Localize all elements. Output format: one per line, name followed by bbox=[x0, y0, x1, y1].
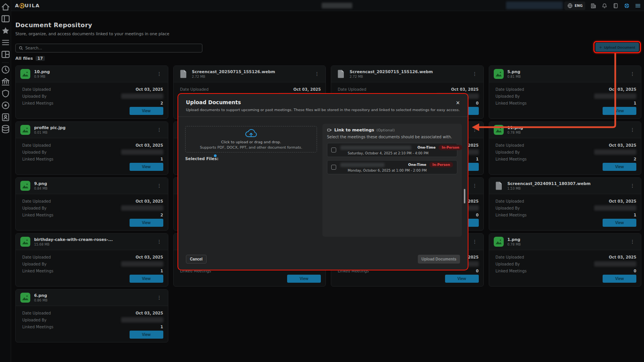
view-button[interactable]: View bbox=[130, 219, 163, 227]
file-size: 0.81 MB bbox=[508, 75, 521, 79]
meeting-row[interactable]: One-Time In-Person Saturday, October 4, … bbox=[327, 143, 457, 157]
date-uploaded-label: Date Uploaded bbox=[180, 87, 209, 92]
view-button[interactable]: View bbox=[287, 275, 321, 283]
date-uploaded-value: Oct 03, 2025 bbox=[136, 311, 163, 315]
search-bar[interactable] bbox=[15, 44, 202, 52]
redacted-user-info bbox=[506, 2, 563, 9]
view-button[interactable]: View bbox=[603, 107, 636, 115]
file-size: 0.84 MB bbox=[34, 187, 48, 190]
brand-logo[interactable]: AQUILA bbox=[15, 3, 40, 8]
view-button[interactable]: View bbox=[130, 163, 163, 171]
date-uploaded-value: Oct 03, 2025 bbox=[609, 143, 636, 147]
linked-meetings-count: 2 bbox=[634, 157, 636, 161]
file-size: 0.9 MB bbox=[34, 75, 50, 79]
file-name: birthday-cake-with-cream-roses-... bbox=[34, 237, 113, 242]
uploaded-by-redacted bbox=[594, 149, 636, 155]
sidebar-item-id-badge-icon[interactable] bbox=[0, 112, 11, 122]
file-card: 5.png 0.81 MB ⋮ Date Uploaded Oct 03, 20… bbox=[489, 66, 642, 119]
view-button[interactable]: View bbox=[603, 163, 636, 171]
cancel-button[interactable]: Cancel bbox=[186, 255, 207, 264]
file-card-header: profile pic.jpg 0.01 MB ⋮ bbox=[16, 122, 168, 138]
view-button[interactable]: View bbox=[130, 331, 163, 339]
kebab-menu-icon[interactable]: ⋮ bbox=[156, 70, 163, 77]
sidebar-item-database-icon[interactable] bbox=[0, 124, 11, 134]
help-icon[interactable] bbox=[624, 3, 630, 9]
kebab-menu-icon[interactable]: ⋮ bbox=[629, 126, 636, 133]
files-count-badge: 17 bbox=[36, 56, 45, 61]
uploaded-by-label: Uploaded By bbox=[22, 94, 47, 98]
video-file-icon bbox=[178, 69, 188, 79]
search-input[interactable] bbox=[25, 46, 186, 50]
file-name: 6.png bbox=[34, 293, 48, 298]
redacted-text bbox=[322, 3, 352, 8]
date-uploaded-label: Date Uploaded bbox=[22, 143, 51, 147]
linked-meetings-label: Linked Meetings bbox=[22, 269, 53, 273]
meeting-title-redacted bbox=[340, 163, 384, 167]
sidebar-item-shield-icon[interactable] bbox=[0, 88, 11, 98]
upload-document-button[interactable]: + Upload Document bbox=[595, 43, 639, 52]
meeting-datetime: Monday, October 6, 2025 at 1:00 PM - 2:0… bbox=[348, 169, 427, 172]
meeting-list: One-Time In-Person Saturday, October 4, … bbox=[327, 143, 457, 174]
language-selector[interactable]: ENG bbox=[564, 2, 585, 10]
file-name: Screencast_20250715_155126.webm bbox=[192, 69, 275, 75]
kebab-menu-icon[interactable]: ⋮ bbox=[471, 126, 479, 133]
meeting-row[interactable]: One-Time In-Person Monday, October 6, 20… bbox=[327, 160, 457, 174]
sidebar-item-bank-icon[interactable] bbox=[0, 77, 11, 87]
uploaded-by-label: Uploaded By bbox=[22, 150, 47, 154]
kebab-menu-icon[interactable]: ⋮ bbox=[156, 182, 163, 189]
sidebar-item-panel-icon[interactable] bbox=[0, 14, 11, 24]
view-button[interactable]: View bbox=[603, 275, 636, 283]
close-icon[interactable]: ✕ bbox=[454, 98, 462, 107]
bell-icon[interactable] bbox=[601, 3, 608, 9]
linked-meetings-label: Linked Meetings bbox=[22, 157, 53, 161]
kebab-menu-icon[interactable]: ⋮ bbox=[471, 182, 479, 189]
meeting-frequency-badge: One-Time bbox=[408, 163, 426, 167]
kebab-menu-icon[interactable]: ⋮ bbox=[313, 70, 321, 77]
file-card: 6.png 0.86 MB ⋮ Date Uploaded Oct 03, 20… bbox=[15, 289, 168, 342]
view-button[interactable]: View bbox=[130, 107, 163, 115]
sidebar-item-list-icon[interactable] bbox=[0, 38, 11, 48]
date-uploaded-label: Date Uploaded bbox=[496, 199, 524, 203]
upload-documents-submit-button[interactable]: Upload Documents bbox=[418, 255, 460, 264]
date-uploaded-value: Oct 03, 2025 bbox=[136, 87, 163, 92]
sidebar-divider bbox=[2, 62, 9, 63]
view-button[interactable]: View bbox=[445, 275, 479, 283]
sidebar-item-clock-icon[interactable] bbox=[0, 65, 11, 75]
date-uploaded-value: Oct 03, 2025 bbox=[293, 87, 321, 92]
link-meetings-panel: Link to meetings (Optional) Select the m… bbox=[322, 124, 462, 237]
scrollbar-thumb[interactable] bbox=[464, 189, 465, 203]
kebab-menu-icon[interactable]: ⋮ bbox=[629, 238, 636, 245]
file-dropzone[interactable]: Click to upload or drag and drop. Suppor… bbox=[185, 126, 317, 152]
uploaded-by-redacted bbox=[121, 261, 163, 267]
view-button[interactable]: View bbox=[130, 275, 163, 283]
office-building-icon[interactable] bbox=[590, 3, 596, 9]
sidebar-item-kanban-icon[interactable] bbox=[0, 49, 11, 59]
menu-icon[interactable] bbox=[635, 3, 641, 9]
dropzone-line1: Click to upload or drag and drop. bbox=[221, 140, 281, 144]
view-button[interactable]: View bbox=[603, 219, 636, 227]
file-size: 0.01 MB bbox=[34, 131, 66, 134]
sidebar-item-star-icon[interactable] bbox=[0, 26, 11, 36]
meeting-checkbox[interactable] bbox=[331, 147, 336, 152]
file-name: profile pic.jpg bbox=[34, 125, 66, 131]
kebab-menu-icon[interactable]: ⋮ bbox=[629, 182, 636, 189]
uploaded-by-redacted bbox=[121, 317, 163, 323]
topbar-actions: ENG bbox=[564, 0, 641, 11]
linked-meetings-count: 0 bbox=[476, 269, 479, 273]
kebab-menu-icon[interactable]: ⋮ bbox=[629, 70, 636, 77]
image-file-icon bbox=[494, 237, 504, 247]
kebab-menu-icon[interactable]: ⋮ bbox=[471, 238, 479, 245]
sidebar-item-globe-dot-icon[interactable] bbox=[0, 100, 11, 110]
notebook-icon[interactable] bbox=[613, 3, 619, 9]
meeting-checkbox[interactable] bbox=[331, 165, 336, 170]
kebab-menu-icon[interactable]: ⋮ bbox=[156, 238, 163, 245]
kebab-menu-icon[interactable]: ⋮ bbox=[156, 126, 163, 133]
linked-meetings-count: 1 bbox=[161, 325, 163, 329]
linked-meetings-label: Linked Meetings bbox=[22, 325, 53, 329]
kebab-menu-icon[interactable]: ⋮ bbox=[156, 294, 163, 301]
file-name: 1.png bbox=[508, 237, 521, 242]
video-file-icon bbox=[336, 69, 346, 79]
kebab-menu-icon[interactable]: ⋮ bbox=[471, 70, 479, 77]
file-card: 1.png 0.78 MB ⋮ Date Uploaded Oct 03, 20… bbox=[489, 233, 642, 287]
sidebar-item-home-icon[interactable] bbox=[0, 2, 11, 12]
